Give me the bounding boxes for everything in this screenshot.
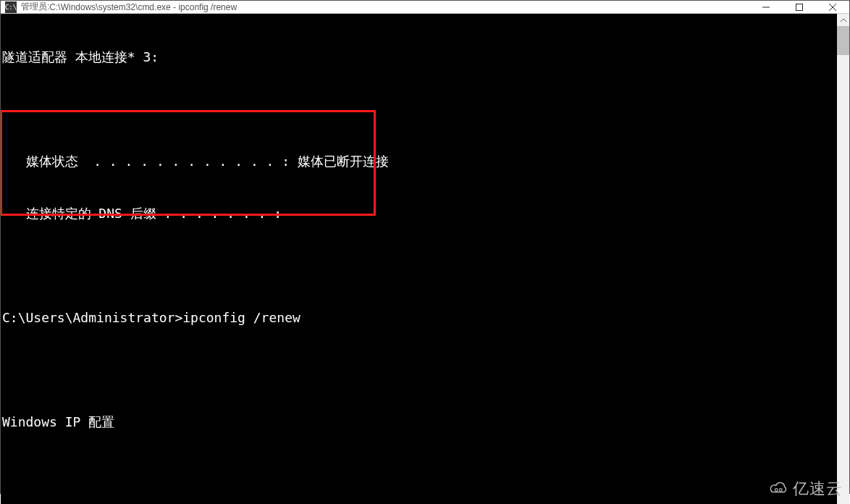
title-path: C:\Windows\system32\cmd.exe - ipconfig /… [49,2,237,12]
close-button[interactable] [816,1,849,13]
prompt-line: C:\Users\Administrator>ipconfig /renew [2,309,837,327]
cmd-window: C:\ 管理员: C:\Windows\system32\cmd.exe - i… [0,0,850,494]
vertical-scrollbar[interactable] [837,14,849,504]
output-line: 隧道适配器 本地连接* 3: [2,49,837,66]
minimize-button[interactable] [749,1,783,13]
window-controls [749,1,849,13]
scroll-thumb[interactable] [837,26,849,55]
output-line [2,466,837,483]
client-area: 隧道适配器 本地连接* 3: 媒体状态 . . . . . . . . . . … [1,14,849,504]
maximize-button[interactable] [783,1,816,13]
svg-rect-1 [796,4,803,10]
scroll-track[interactable] [837,26,849,504]
output-line [2,257,837,274]
terminal-output[interactable]: 隧道适配器 本地连接* 3: 媒体状态 . . . . . . . . . . … [1,14,837,504]
output-line: Windows IP 配置 [2,413,837,431]
output-line: 媒体状态 . . . . . . . . . . . . : 媒体已断开连接 [2,153,837,170]
title-prefix: 管理员: [21,1,49,13]
output-line [2,361,837,379]
cloud-icon [768,481,790,497]
svg-point-5 [779,489,782,492]
minimize-icon [762,4,770,11]
svg-point-4 [775,489,778,492]
titlebar[interactable]: C:\ 管理员: C:\Windows\system32\cmd.exe - i… [1,1,849,14]
output-line: 连接特定的 DNS 后缀 . . . . . . . : [2,205,837,222]
watermark: 亿速云 [768,478,843,500]
scroll-up-button[interactable] [837,14,849,26]
output-line [2,101,837,118]
chevron-up-icon [841,17,846,23]
cmd-icon: C:\ [5,1,17,13]
watermark-text: 亿速云 [793,478,843,500]
maximize-icon [796,4,803,11]
close-icon [829,4,836,11]
